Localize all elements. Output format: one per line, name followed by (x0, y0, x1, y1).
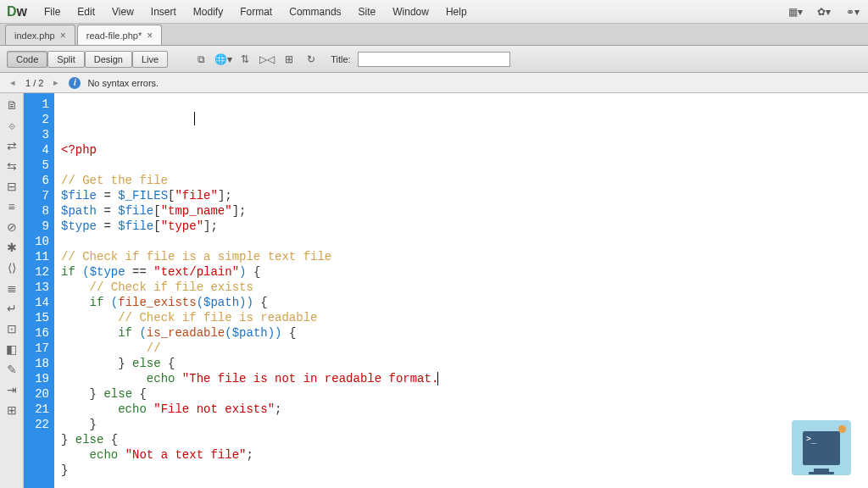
app-logo: Dw (7, 4, 27, 19)
title-input[interactable] (358, 52, 510, 67)
line-number: 20 (24, 386, 49, 402)
code-line[interactable]: // Check if file is a simple text file (61, 249, 861, 264)
menu-help[interactable]: Help (437, 3, 476, 21)
auto-indent-icon[interactable]: ≣ (4, 281, 19, 295)
menu-items: FileEditViewInsertModifyFormatCommandsSi… (36, 3, 476, 21)
open-documents-icon[interactable]: 🗎 (4, 98, 19, 112)
line-number: 6 (24, 173, 49, 188)
line-number: 13 (24, 280, 49, 295)
code-line[interactable]: } else { (61, 356, 861, 371)
line-numbers-icon[interactable]: ⊘ (4, 220, 19, 234)
prev-error-icon[interactable]: ◂ (7, 77, 19, 88)
layout-icon[interactable]: ▦▾ (787, 5, 804, 19)
select-parent-icon[interactable]: ⊟ (4, 180, 19, 193)
menu-view[interactable]: View (103, 3, 142, 21)
line-number-gutter: 12345678910111213141516171819202122 (24, 93, 54, 488)
line-number: 12 (24, 264, 49, 280)
document-tabbar: index.php×read-file.php*× (0, 24, 868, 46)
code-line[interactable]: $file = $_FILES["file"]; (61, 188, 861, 203)
line-number: 18 (24, 356, 49, 371)
menubar-right-icons: ▦▾ ✿▾ ⚭▾ (787, 5, 861, 19)
menu-commands[interactable]: Commands (281, 3, 349, 21)
multiscreen-icon[interactable]: ⧉ (192, 50, 210, 69)
browser-preview-icon[interactable]: 🌐▾ (214, 50, 232, 69)
code-line[interactable]: echo "File not exists"; (61, 402, 861, 417)
line-number: 15 (24, 310, 49, 325)
menu-window[interactable]: Window (384, 3, 437, 21)
code-editor[interactable]: 12345678910111213141516171819202122 <?ph… (24, 93, 868, 488)
code-line[interactable]: } else { (61, 432, 861, 447)
watermark-badge (792, 420, 851, 475)
sync-icon[interactable]: ⚭▾ (844, 5, 861, 19)
tab-index-php[interactable]: index.php× (5, 25, 75, 45)
code-line[interactable]: // Get the file (61, 173, 861, 188)
left-gutter: 🗎 ⟐ ⇄ ⇆ ⊟ ≡ ⊘ ✱ ⟨⟩ ≣ ↵ ⊡ ◧ ✎ ⇥ ⊞ (0, 93, 24, 488)
line-number: 9 (24, 219, 49, 234)
code-line[interactable]: if (is_readable($path)) { (61, 325, 861, 341)
move-css-icon[interactable]: ✎ (4, 363, 19, 376)
code-line[interactable]: // (61, 341, 861, 356)
live-view-button[interactable]: Live (132, 51, 168, 68)
menu-site[interactable]: Site (350, 3, 385, 21)
line-number: 22 (24, 417, 49, 432)
word-wrap-icon[interactable]: ↵ (4, 302, 19, 315)
line-number: 21 (24, 402, 49, 417)
close-icon[interactable]: × (147, 30, 153, 42)
code-line[interactable] (61, 234, 861, 249)
code-line[interactable]: // Check if file exists (61, 280, 861, 295)
line-number: 19 (24, 371, 49, 386)
code-line[interactable]: echo "Not a text file"; (61, 447, 861, 463)
line-number: 17 (24, 341, 49, 356)
code-line[interactable]: if ($type == "text/plain") { (61, 264, 861, 280)
line-number: 3 (24, 127, 49, 142)
line-number: 11 (24, 249, 49, 264)
menu-edit[interactable]: Edit (69, 3, 103, 21)
preview-icon[interactable]: ▷◁ (258, 50, 276, 69)
expand-all-icon[interactable]: ⇆ (4, 159, 19, 173)
line-number: 4 (24, 142, 49, 158)
code-line[interactable]: $path = $file["tmp_name"]; (61, 203, 861, 219)
menu-file[interactable]: File (36, 3, 69, 21)
code-view-button[interactable]: Code (7, 51, 47, 68)
line-number: 7 (24, 188, 49, 203)
close-icon[interactable]: × (60, 30, 66, 42)
code-line[interactable] (61, 158, 861, 173)
code-line[interactable]: <?php (61, 142, 861, 158)
menu-modify[interactable]: Modify (185, 3, 231, 21)
refresh-icon[interactable]: ↻ (302, 50, 320, 69)
recent-snippets-icon[interactable]: ◧ (4, 342, 19, 356)
split-view-button[interactable]: Split (47, 51, 84, 68)
code-line[interactable]: echo "The file is not in readable format… (61, 371, 861, 386)
indent-icon[interactable]: ⇥ (4, 383, 19, 396)
line-number: 16 (24, 325, 49, 341)
tab-read-file-php-[interactable]: read-file.php*× (77, 25, 162, 45)
code-line[interactable]: if (file_exists($path)) { (61, 295, 861, 310)
gear-icon[interactable]: ✿▾ (815, 5, 832, 19)
collapse-icon[interactable]: ⇄ (4, 139, 19, 152)
show-code-navigator-icon[interactable]: ⟐ (4, 119, 19, 132)
code-content[interactable]: <?php// Get the file$file = $_FILES["fil… (54, 93, 868, 488)
next-error-icon[interactable]: ▸ (50, 77, 62, 88)
tab-label: index.php (14, 30, 55, 41)
text-cursor (194, 112, 195, 125)
comment-icon[interactable]: ⊡ (4, 322, 19, 336)
file-management-icon[interactable]: ⇅ (236, 50, 254, 69)
menu-format[interactable]: Format (231, 3, 281, 21)
code-line[interactable]: } (61, 463, 861, 478)
menubar: Dw FileEditViewInsertModifyFormatCommand… (0, 0, 868, 24)
line-number: 5 (24, 158, 49, 173)
status-message: No syntax errors. (87, 78, 159, 88)
code-line[interactable]: } (61, 417, 861, 432)
highlight-invalid-icon[interactable]: ✱ (4, 241, 19, 254)
code-line[interactable]: } else { (61, 386, 861, 402)
design-view-button[interactable]: Design (85, 51, 132, 68)
visual-aids-icon[interactable]: ⊞ (280, 50, 298, 69)
menu-insert[interactable]: Insert (142, 3, 185, 21)
format-source-icon[interactable]: ⊞ (4, 403, 19, 417)
code-line[interactable]: $type = $file["type"]; (61, 219, 861, 234)
syntax-coloring-icon[interactable]: ⟨⟩ (4, 261, 19, 274)
balance-braces-icon[interactable]: ≡ (4, 200, 19, 214)
code-line[interactable]: // Check if file is readable (61, 310, 861, 325)
title-label: Title: (331, 54, 350, 64)
line-number: 10 (24, 234, 49, 249)
